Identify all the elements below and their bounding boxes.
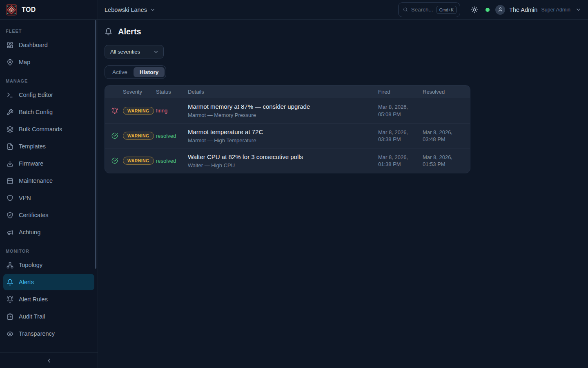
column-header-resolved: Resolved — [423, 89, 463, 95]
alert-title: Walter CPU at 82% for 3 consecutive poll… — [188, 153, 378, 160]
user-menu-chevron-icon[interactable] — [575, 7, 581, 13]
sidebar-item-maintenance[interactable]: Maintenance — [3, 173, 94, 189]
theme-toggle-button[interactable] — [471, 6, 478, 13]
search-input[interactable]: Search... Cmd+K — [398, 2, 460, 17]
column-header-status: Status — [156, 89, 188, 95]
sidebar-item-label: Alerts — [19, 279, 34, 285]
sidebar-item-label: Templates — [19, 143, 46, 150]
severity-badge: WARNING — [123, 157, 154, 165]
sidebar-item-topology[interactable]: Topology — [3, 257, 94, 273]
user-name: The Admin — [509, 7, 537, 13]
bell-icon — [105, 28, 112, 36]
sun-icon — [471, 6, 478, 13]
nav-section-label: Fleet — [3, 25, 94, 36]
table-row[interactable]: WARNING resolved Marmot temperature at 7… — [105, 123, 470, 148]
search-placeholder: Search... — [411, 7, 433, 13]
sidebar-item-label: Dashboard — [19, 42, 48, 48]
org-name: Lebowski Lanes — [105, 7, 147, 13]
sidebar-item-firmware[interactable]: Firmware — [3, 155, 94, 172]
chevron-down-icon — [150, 7, 156, 13]
alert-title: Marmot temperature at 72C — [188, 128, 378, 135]
map-pin-icon — [7, 59, 13, 66]
fired-timestamp: Mar 8, 2026,01:38 PM — [378, 154, 423, 168]
sidebar-item-label: Topology — [19, 262, 42, 268]
sidebar-item-label: VPN — [19, 195, 31, 201]
terminal-icon — [7, 92, 13, 99]
tab-active[interactable]: Active — [106, 67, 134, 77]
table-header-row: Severity Status Details Fired Resolved — [105, 85, 470, 98]
resolved-timestamp: Mar 8, 2026,03:48 PM — [423, 129, 463, 143]
sidebar-item-label: Transparency — [19, 330, 55, 337]
sidebar-item-label: Batch Config — [19, 109, 53, 115]
sidebar-item-label: Certificates — [19, 212, 49, 218]
sidebar-item-certificates[interactable]: Certificates — [3, 207, 94, 223]
sidebar-item-alert-rules[interactable]: Alert Rules — [3, 291, 94, 307]
org-switcher[interactable]: Lebowski Lanes — [105, 7, 156, 13]
sidebar: TOD Fleet Dashboard Map Manage Config Ed… — [0, 0, 98, 368]
severity-filter-select[interactable]: All severities — [105, 45, 164, 58]
shield-icon — [7, 195, 13, 202]
sidebar-item-achtung[interactable]: Achtung — [3, 224, 94, 240]
column-header-severity: Severity — [123, 89, 156, 95]
main-column: Lebowski Lanes Search... Cmd+K The Admin… — [98, 0, 588, 368]
connection-status-dot — [486, 8, 490, 12]
sidebar-item-templates[interactable]: Templates — [3, 138, 94, 155]
status-text: resolved — [156, 158, 188, 164]
wrench-icon — [7, 109, 13, 116]
severity-filter-value: All severities — [110, 49, 140, 55]
sidebar-collapse-button[interactable] — [0, 352, 98, 368]
eye-icon — [7, 330, 13, 337]
avatar[interactable] — [495, 5, 505, 15]
status-text: resolved — [156, 133, 188, 139]
resolved-timestamp: — — [423, 107, 463, 114]
download-icon — [7, 160, 13, 167]
severity-badge: WARNING — [123, 132, 154, 140]
sidebar-item-label: Maintenance — [19, 177, 53, 184]
status-text: firing — [156, 108, 188, 114]
dashboard-icon — [7, 42, 13, 49]
user-icon — [498, 7, 503, 12]
file-icon — [7, 143, 13, 150]
alerts-page: Alerts All severities Active History Sev… — [98, 20, 588, 368]
sidebar-scrollbar[interactable] — [95, 20, 96, 269]
bell-icon — [7, 279, 13, 286]
fired-timestamp: Mar 8, 2026,03:38 PM — [378, 129, 423, 143]
check-circle-icon — [111, 132, 118, 139]
network-icon — [7, 262, 13, 269]
table-row[interactable]: WARNING resolved Walter CPU at 82% for 3… — [105, 148, 470, 173]
sidebar-item-label: Audit Trail — [19, 313, 45, 320]
sidebar-item-dashboard[interactable]: Dashboard — [3, 37, 94, 53]
check-circle-icon — [111, 157, 118, 164]
bell-ring-icon — [111, 108, 118, 114]
sidebar-item-label: Alert Rules — [19, 296, 48, 303]
sidebar-item-alerts[interactable]: Alerts — [3, 274, 94, 290]
nav-section-manage: Manage Config Editor Batch Config Bulk C… — [3, 75, 94, 240]
nav-section-monitor: Monitor Topology Alerts Alert Rules Audi… — [3, 245, 94, 342]
fired-timestamp: Mar 8, 2026,05:08 PM — [378, 103, 423, 117]
sidebar-item-vpn[interactable]: VPN — [3, 190, 94, 206]
sidebar-item-label: Achtung — [19, 229, 40, 236]
sidebar-item-label: Config Editor — [19, 92, 53, 98]
chevron-left-icon — [46, 357, 52, 364]
sidebar-item-batch-config[interactable]: Batch Config — [3, 104, 94, 120]
shield-check-icon — [7, 212, 13, 219]
nav-section-fleet: Fleet Dashboard Map — [3, 25, 94, 70]
sidebar-item-map[interactable]: Map — [3, 54, 94, 70]
column-header-fired: Fired — [378, 89, 423, 95]
megaphone-icon — [7, 229, 13, 236]
tab-history[interactable]: History — [134, 67, 165, 77]
table-row[interactable]: WARNING firing Marmot memory at 87% — co… — [105, 98, 470, 123]
sidebar-item-transparency[interactable]: Transparency — [3, 325, 94, 342]
alert-subtitle: Walter — High CPU — [188, 162, 378, 168]
sidebar-item-config-editor[interactable]: Config Editor — [3, 87, 94, 103]
sidebar-item-label: Bulk Commands — [19, 126, 62, 132]
user-role-badge: Super Admin — [541, 7, 570, 13]
sidebar-item-audit-trail[interactable]: Audit Trail — [3, 308, 94, 325]
nav-section-label: Monitor — [3, 245, 94, 256]
sidebar-item-bulk-commands[interactable]: Bulk Commands — [3, 121, 94, 137]
chevron-down-icon — [153, 49, 159, 55]
sidebar-item-label: Firmware — [19, 160, 43, 167]
sidebar-nav: Fleet Dashboard Map Manage Config Editor… — [0, 20, 98, 352]
search-shortcut-badge: Cmd+K — [437, 6, 457, 14]
brand-header: TOD — [0, 0, 98, 20]
